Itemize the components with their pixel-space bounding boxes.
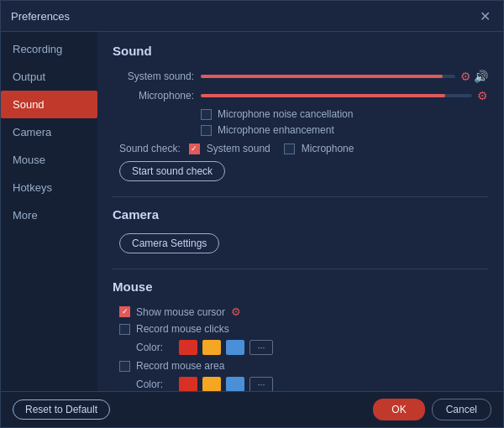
camera-section: Camera Camera Settings [113,207,488,253]
system-sound-row: System sound: ⚙ 🔊 [113,70,488,83]
footer: Reset to Default OK Cancel [1,391,503,427]
sidebar: Recording Output Sound Camera Mouse Hotk… [1,32,97,391]
main-content: Recording Output Sound Camera Mouse Hotk… [1,32,503,391]
sound-check-label: Sound check: [119,143,181,154]
sidebar-item-camera[interactable]: Camera [1,118,97,146]
ok-button[interactable]: OK [373,399,424,420]
close-button[interactable]: ✕ [476,8,493,24]
reset-to-default-button[interactable]: Reset to Default [13,399,110,420]
microphone-track[interactable] [201,94,472,97]
record-area-row: Record mouse area [113,360,488,372]
microphone-check-label: Microphone [302,143,354,154]
noise-cancellation-label: Microphone noise cancellation [218,108,353,120]
mouse-section-title: Mouse [113,279,488,297]
color-label-1: Color: [136,342,174,353]
microphone-icons: ⚙ [477,89,488,102]
camera-settings-button[interactable]: Camera Settings [119,233,219,253]
microphone-row: Microphone: ⚙ [113,89,488,102]
sidebar-item-output[interactable]: Output [1,63,97,91]
preferences-window: Preferences ✕ Recording Output Sound Cam… [0,0,504,428]
microphone-fill [201,94,445,97]
speaker-icon: 🔊 [474,70,488,83]
window-title: Preferences [11,10,70,23]
camera-section-title: Camera [113,207,488,225]
show-cursor-row: Show mouse cursor ⚙ [113,305,488,318]
sidebar-item-mouse[interactable]: Mouse [1,146,97,174]
show-cursor-gear-icon[interactable]: ⚙ [231,305,241,318]
color-swatch-yellow-1[interactable] [202,340,221,355]
color-swatch-blue-2[interactable] [226,377,244,391]
sidebar-item-recording[interactable]: Recording [1,35,97,63]
enhancement-label: Microphone enhancement [218,124,334,136]
system-sound-gear-icon[interactable]: ⚙ [460,70,471,83]
color-swatch-blue-1[interactable] [226,340,244,355]
system-sound-check-label: System sound [207,143,270,154]
microphone-check-checkbox[interactable] [284,144,295,154]
noise-cancellation-checkbox[interactable] [201,109,212,120]
noise-cancellation-row: Microphone noise cancellation [113,108,488,120]
color-label-2: Color: [136,378,174,390]
divider-1 [113,196,488,197]
more-colors-button-1[interactable]: ··· [249,340,273,355]
microphone-label: Microphone: [113,90,201,102]
show-cursor-checkbox[interactable] [119,306,130,317]
system-sound-check-checkbox[interactable] [189,144,200,154]
titlebar: Preferences ✕ [1,1,503,32]
microphone-gear-icon[interactable]: ⚙ [477,89,488,102]
main-panel: Sound System sound: ⚙ 🔊 Microphone: [97,32,503,391]
sidebar-item-hotkeys[interactable]: Hotkeys [1,174,97,201]
footer-left: Reset to Default [13,399,110,420]
show-cursor-label: Show mouse cursor [136,306,225,318]
color-row-1: Color: ··· [113,340,488,355]
sound-check-row: Sound check: System sound Microphone [113,143,488,154]
footer-right: OK Cancel [373,399,491,420]
color-swatch-yellow-2[interactable] [202,377,221,391]
system-sound-icons: ⚙ 🔊 [460,70,488,83]
system-sound-track[interactable] [201,75,455,78]
mouse-section: Mouse Show mouse cursor ⚙ Record mouse c… [113,279,488,391]
record-clicks-row: Record mouse clicks [113,323,488,335]
start-sound-check-button[interactable]: Start sound check [119,161,225,181]
more-colors-button-2[interactable]: ··· [249,377,273,391]
enhancement-checkbox[interactable] [201,125,212,136]
record-area-checkbox[interactable] [119,361,130,372]
color-swatch-red-1[interactable] [179,340,197,355]
system-sound-fill [201,75,443,78]
record-clicks-label: Record mouse clicks [136,323,229,335]
sound-section: Sound System sound: ⚙ 🔊 Microphone: [113,44,488,181]
color-swatch-red-2[interactable] [179,377,197,391]
enhancement-row: Microphone enhancement [113,124,488,136]
divider-2 [113,269,488,269]
record-area-label: Record mouse area [136,360,224,372]
color-row-2: Color: ··· [113,377,488,391]
sound-section-title: Sound [113,44,488,61]
sidebar-item-more[interactable]: More [1,201,97,229]
system-sound-label: System sound: [113,70,201,82]
record-clicks-checkbox[interactable] [119,324,130,335]
sidebar-item-sound[interactable]: Sound [1,91,97,118]
cancel-button[interactable]: Cancel [432,399,491,420]
